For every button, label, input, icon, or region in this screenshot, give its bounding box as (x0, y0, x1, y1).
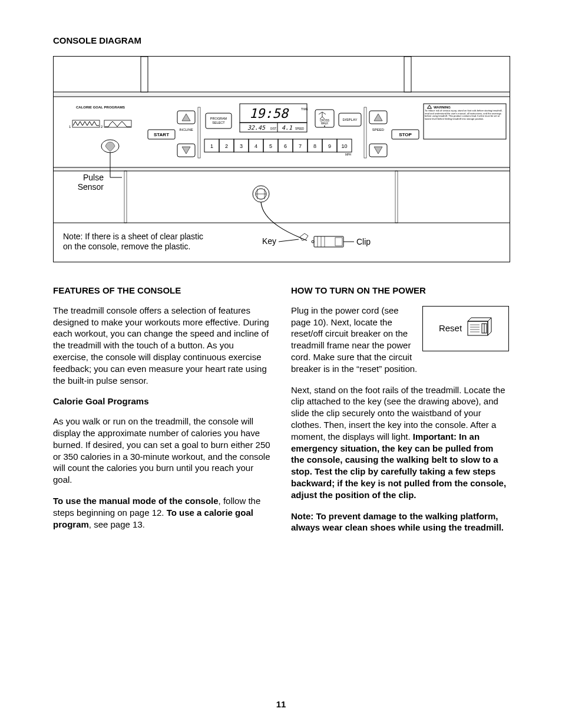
svg-text:WALK: WALK (321, 122, 329, 125)
svg-text:1: 1 (69, 125, 71, 129)
svg-rect-5 (141, 57, 148, 92)
page-number: 11 (0, 699, 562, 709)
svg-text:6: 6 (284, 143, 287, 149)
svg-rect-21 (198, 107, 200, 158)
svg-marker-42 (374, 114, 382, 121)
svg-rect-84 (314, 236, 343, 247)
svg-text:START: START (154, 132, 169, 137)
svg-text:SELECT: SELECT (212, 121, 225, 124)
power-p2: Next, stand on the foot rails of the tre… (291, 384, 509, 501)
calorie-sub: Calorie Goal Programs (53, 396, 271, 407)
svg-text:32.45: 32.45 (247, 124, 266, 131)
power-p3: Note: To prevent damage to the walking p… (291, 510, 509, 534)
svg-rect-76 (395, 171, 398, 223)
svg-text:MPH: MPH (345, 153, 351, 156)
svg-text:Key: Key (262, 236, 276, 246)
svg-marker-20 (182, 147, 190, 154)
svg-text:INCLINE: INCLINE (179, 128, 193, 131)
svg-text:19:58: 19:58 (249, 106, 289, 121)
svg-text:5: 5 (269, 143, 272, 149)
calorie-goal-label: CALORIE GOAL PROGRAMS (76, 106, 125, 109)
svg-text:3: 3 (240, 143, 243, 149)
svg-text:2: 2 (101, 125, 103, 129)
svg-text:on the console, remove the pla: on the console, remove the plastic. (63, 242, 190, 251)
console-diagram: CALORIE GOAL PROGRAMS 1 2 START INCLINE (53, 56, 510, 262)
power-title: HOW TO TURN ON THE POWER (291, 285, 509, 297)
svg-text:10: 10 (341, 143, 347, 149)
svg-text:WARNING: WARNING (434, 106, 451, 109)
svg-text:Clip: Clip (356, 237, 371, 246)
svg-text:Sensor: Sensor (78, 182, 104, 192)
svg-text:7: 7 (299, 143, 302, 149)
svg-rect-40 (364, 107, 366, 158)
features-p1: The treadmill console offers a selection… (53, 305, 271, 387)
svg-text:1: 1 (210, 143, 213, 149)
svg-rect-89 (335, 238, 342, 246)
heading-console-diagram: CONSOLE DIAGRAM (53, 35, 509, 45)
svg-text:DIST.: DIST. (270, 127, 277, 130)
svg-text:Pulse: Pulse (83, 173, 104, 182)
svg-marker-96 (488, 318, 491, 335)
svg-marker-45 (374, 147, 382, 154)
svg-text:4.1: 4.1 (282, 124, 292, 131)
svg-line-83 (279, 239, 299, 242)
features-title: FEATURES OF THE CONSOLE (53, 285, 271, 297)
svg-rect-6 (404, 57, 411, 92)
svg-text:TIME: TIME (301, 107, 309, 111)
reset-label: Reset (439, 322, 462, 334)
reset-diagram: Reset (422, 306, 509, 351)
svg-text:4: 4 (254, 143, 257, 149)
calorie-p: As you walk or run on the treadmill, the… (53, 416, 271, 486)
svg-text:8: 8 (313, 143, 316, 149)
svg-marker-17 (182, 114, 190, 121)
svg-marker-95 (468, 318, 491, 321)
svg-text:SPEED: SPEED (372, 128, 385, 131)
svg-rect-75 (124, 171, 127, 223)
svg-text:STOP: STOP (399, 132, 412, 137)
svg-text:SPEED: SPEED (295, 127, 305, 130)
svg-text:DISPLAY: DISPLAY (343, 118, 358, 121)
svg-point-85 (312, 241, 314, 243)
svg-text:Note: If there is a sheet of c: Note: If there is a sheet of clear plast… (63, 232, 203, 241)
svg-text:9: 9 (328, 143, 331, 149)
manual-p: To use the manual mode of the console, f… (53, 495, 271, 530)
svg-text:2: 2 (225, 143, 228, 149)
svg-point-37 (324, 126, 325, 127)
svg-text:PROGRAM: PROGRAM (210, 117, 227, 120)
